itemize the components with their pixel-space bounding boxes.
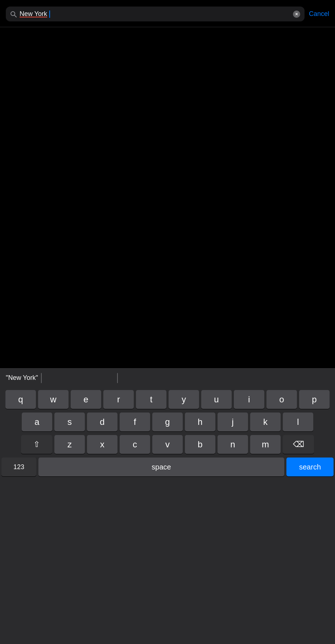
key-m[interactable]: m <box>250 435 281 454</box>
key-row-1: q w e r t y u i o p <box>1 390 334 409</box>
space-key[interactable]: space <box>38 458 284 476</box>
predictive-bar: "New York" <box>0 368 335 387</box>
search-key[interactable]: search <box>286 458 334 476</box>
search-icon <box>10 11 17 17</box>
key-b[interactable]: b <box>185 435 215 454</box>
key-u[interactable]: u <box>201 390 232 409</box>
key-i[interactable]: i <box>234 390 264 409</box>
clear-button[interactable]: × <box>293 11 300 18</box>
key-t[interactable]: t <box>136 390 166 409</box>
key-z[interactable]: z <box>54 435 85 454</box>
num-key[interactable]: 123 <box>1 458 36 476</box>
key-q[interactable]: q <box>5 390 36 409</box>
key-g[interactable]: g <box>152 413 183 431</box>
key-p[interactable]: p <box>299 390 330 409</box>
key-n[interactable]: n <box>218 435 248 454</box>
key-w[interactable]: w <box>38 390 69 409</box>
predictive-cursor-right <box>117 373 118 383</box>
key-e[interactable]: e <box>71 390 101 409</box>
backspace-key[interactable]: ⌫ <box>283 435 314 454</box>
key-d[interactable]: d <box>87 413 117 431</box>
key-row-3: ⇧ z x c v b n m ⌫ <box>1 435 334 454</box>
key-y[interactable]: y <box>169 390 199 409</box>
key-x[interactable]: x <box>87 435 117 454</box>
shift-key[interactable]: ⇧ <box>21 435 52 454</box>
key-h[interactable]: h <box>185 413 215 431</box>
predictive-cursor-left <box>41 373 42 383</box>
search-input-wrapper[interactable]: New York × <box>6 7 305 21</box>
cancel-button[interactable]: Cancel <box>309 9 329 19</box>
key-r[interactable]: r <box>103 390 134 409</box>
key-f[interactable]: f <box>120 413 150 431</box>
key-k[interactable]: k <box>250 413 281 431</box>
key-v[interactable]: v <box>152 435 183 454</box>
svg-line-1 <box>15 15 16 17</box>
key-a[interactable]: a <box>22 413 52 431</box>
predictive-text: "New York" <box>6 374 38 382</box>
key-o[interactable]: o <box>266 390 297 409</box>
key-s[interactable]: s <box>54 413 85 431</box>
keys-section: q w e r t y u i o p a s d f g h j k l ⇧ … <box>0 387 335 454</box>
keyboard-area: "New York" q w e r t y u i o p a s d f g… <box>0 368 335 644</box>
key-j[interactable]: j <box>218 413 248 431</box>
bottom-row: 123 space search <box>0 458 335 476</box>
key-row-2: a s d f g h j k l <box>1 413 334 431</box>
search-bar-container: New York × Cancel <box>0 0 335 26</box>
content-area <box>0 27 335 368</box>
key-l[interactable]: l <box>283 413 313 431</box>
search-query-text: New York <box>20 10 290 18</box>
key-c[interactable]: c <box>120 435 150 454</box>
